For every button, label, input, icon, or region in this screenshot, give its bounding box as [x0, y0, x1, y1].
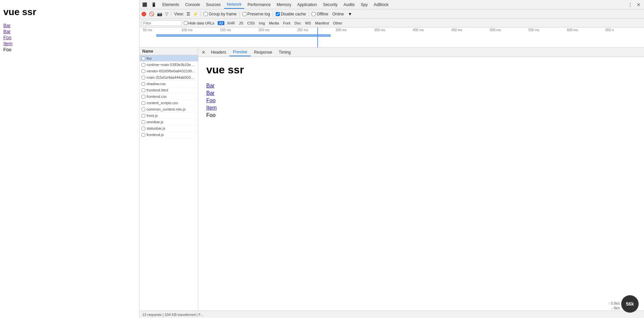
file-checkbox-common-content[interactable]	[142, 108, 145, 111]
stop-button[interactable]: 🚫	[149, 11, 154, 16]
preview-link-item[interactable]: Item	[206, 105, 636, 111]
throttle-more-icon[interactable]: ▼	[348, 12, 352, 16]
hide-data-urls-input[interactable]	[184, 21, 187, 25]
file-checkbox-content-scripts[interactable]	[142, 101, 145, 105]
camera-button[interactable]: 📷	[157, 11, 162, 16]
tab-network[interactable]: Network	[224, 1, 244, 9]
tab-console[interactable]: Console	[182, 1, 203, 8]
more-tabs-icon[interactable]: ⋮	[626, 1, 635, 8]
file-checkbox-frontend-css[interactable]	[142, 95, 145, 99]
preview-link-foo[interactable]: Foo	[206, 98, 636, 104]
timeline-label-200: 200 ms	[259, 28, 297, 32]
tab-audits[interactable]: Audits	[341, 1, 357, 8]
offline-input[interactable]	[312, 12, 316, 16]
file-item-foo[interactable]: foo	[140, 55, 198, 62]
timeline-label-600: 600 ms	[567, 28, 605, 32]
file-checkbox-shadow-css[interactable]	[142, 82, 145, 86]
file-checkbox-frontend-js[interactable]	[142, 133, 145, 137]
tab-adblock[interactable]: AdBlock	[371, 1, 391, 8]
file-item-runtime[interactable]: runtime~main-5393e3b10e13ef...	[140, 62, 198, 68]
disable-cache-checkbox[interactable]: Disable cache	[276, 12, 306, 16]
file-checkbox-frontend-html[interactable]	[142, 88, 145, 92]
file-list: Name foo runtime~main-5393e3b10e13ef... …	[140, 48, 198, 311]
file-item-main[interactable]: main-315d1e4da444ab50389d.js	[140, 74, 198, 81]
file-item-statusbar[interactable]: statusbar.js	[140, 125, 198, 132]
filter-type-js[interactable]: JS	[237, 21, 245, 25]
inspect-icon[interactable]: ⬛	[141, 2, 149, 8]
online-dropdown[interactable]: Online	[331, 11, 345, 17]
timeline-label-450: 450 ms	[451, 28, 490, 32]
page-link-foo[interactable]: Foo	[3, 35, 136, 40]
file-checkbox-omnibar[interactable]	[142, 120, 145, 124]
network-toolbar: 🚫 📷 ▽ View: ☰ ⚡ Group by frame Preserve …	[140, 9, 644, 19]
file-item-frontend-css[interactable]: frontend.css	[140, 93, 198, 100]
preview-tab-preview[interactable]: Preview	[229, 48, 251, 56]
filter-type-manifest[interactable]: Manifest	[314, 21, 330, 25]
file-item-content-scripts[interactable]: content_scripts.css	[140, 100, 198, 106]
record-button[interactable]	[142, 12, 146, 16]
preserve-log-input[interactable]	[243, 12, 247, 16]
preview-tab-timing[interactable]: Timing	[275, 49, 294, 56]
tab-elements[interactable]: Elements	[160, 1, 182, 8]
filter-icon[interactable]: ▽	[165, 11, 168, 16]
filter-input[interactable]	[142, 20, 182, 26]
hide-data-urls-checkbox[interactable]: Hide data URLs	[184, 21, 214, 25]
file-checkbox-statusbar[interactable]	[142, 127, 145, 130]
page-link-bar2[interactable]: Bar	[3, 29, 136, 34]
filter-type-doc[interactable]: Doc	[293, 21, 303, 25]
preview-page-title: vue ssr	[206, 64, 636, 76]
tab-memory[interactable]: Memory	[274, 1, 294, 8]
file-checkbox-front-js[interactable]	[142, 114, 145, 118]
tab-sources[interactable]: Sources	[203, 1, 223, 8]
file-item-vendor[interactable]: vendor-6f2d5f6e0a84321000e9.js	[140, 68, 198, 74]
preserve-log-checkbox[interactable]: Preserve log	[243, 12, 270, 16]
tab-performance[interactable]: Performance	[245, 1, 273, 8]
file-item-common-content[interactable]: common_content.min.js	[140, 106, 198, 113]
file-item-shadow-css[interactable]: shadow.css	[140, 81, 198, 87]
tab-security[interactable]: Security	[320, 1, 340, 8]
view-icon2[interactable]: ⚡	[193, 12, 198, 16]
file-item-omnibar[interactable]: omnibar.js	[140, 119, 198, 125]
toolbar-divider4	[273, 11, 273, 17]
toolbar-divider1	[171, 11, 171, 17]
filter-type-ws[interactable]: WS	[304, 21, 312, 25]
preview-link-bar2[interactable]: Bar	[206, 90, 636, 96]
page-links: Bar Bar Foo Item Foo	[3, 23, 136, 52]
filter-type-xhr[interactable]: XHR	[226, 21, 236, 25]
file-checkbox-foo[interactable]	[142, 57, 145, 60]
filter-types: All XHR JS CSS Img Media Font Doc WS Man…	[218, 21, 344, 25]
preview-tab-headers[interactable]: Headers	[208, 49, 229, 56]
tab-spy[interactable]: Spy	[358, 1, 371, 8]
offline-checkbox[interactable]: Offline	[312, 12, 328, 16]
file-checkbox-runtime[interactable]	[142, 63, 145, 67]
filter-type-css[interactable]: CSS	[246, 21, 256, 25]
page-link-bar1[interactable]: Bar	[3, 23, 136, 28]
filter-type-all[interactable]: All	[218, 21, 224, 25]
filter-type-font[interactable]: Font	[282, 21, 292, 25]
view-toggle-icon[interactable]: ☰	[186, 12, 190, 16]
disable-cache-input[interactable]	[276, 12, 280, 16]
group-by-frame-checkbox[interactable]: Group by frame	[204, 12, 236, 16]
group-by-frame-input[interactable]	[204, 12, 208, 16]
toolbar-divider2	[201, 11, 201, 17]
file-checkbox-main[interactable]	[142, 76, 145, 79]
timeline-label-250: 250 ms	[297, 28, 336, 32]
file-checkbox-vendor[interactable]	[142, 69, 145, 73]
network-badge-value: 56k	[626, 301, 634, 307]
status-bar: 13 requests | 104 KB transferred | F...	[140, 311, 644, 318]
file-item-front-js[interactable]: front.js	[140, 113, 198, 119]
timeline-label-100: 100 ms	[181, 28, 220, 32]
filter-type-img[interactable]: Img	[258, 21, 266, 25]
file-item-frontend-html[interactable]: frontend.html	[140, 87, 198, 93]
close-devtools-icon[interactable]: ✕	[635, 1, 643, 8]
preview-link-bar1[interactable]: Bar	[206, 83, 636, 89]
tab-application[interactable]: Application	[294, 1, 320, 8]
filter-type-media[interactable]: Media	[268, 21, 280, 25]
device-icon[interactable]: 📱	[150, 2, 158, 8]
close-preview-icon[interactable]: ✕	[200, 50, 208, 55]
file-item-frontend-js[interactable]: frontend.js	[140, 132, 198, 138]
preview-tab-response[interactable]: Response	[251, 49, 275, 56]
filter-type-other[interactable]: Other	[332, 21, 344, 25]
timeline-label-650: 650 n	[605, 28, 644, 32]
page-link-item[interactable]: Item	[3, 41, 136, 46]
